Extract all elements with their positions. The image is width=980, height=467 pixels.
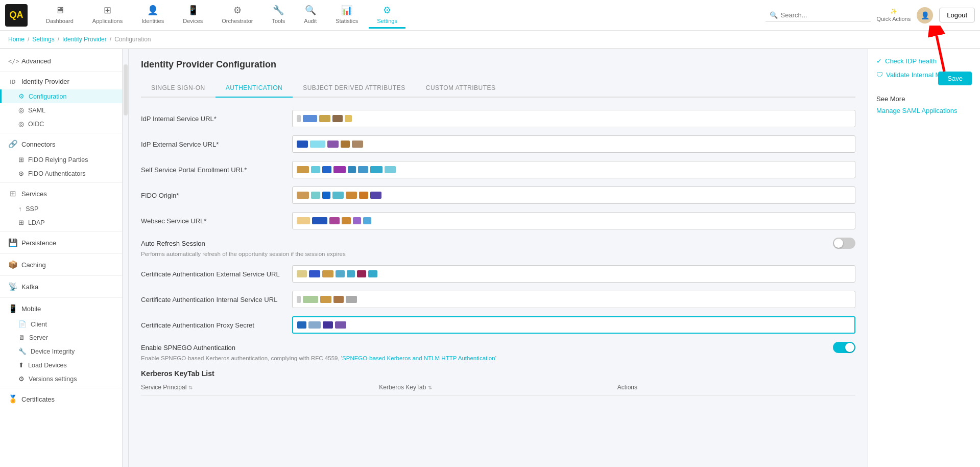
cert-auth-external-row: Certificate Authentication External Serv… [141, 265, 855, 283]
search-input[interactable] [781, 11, 867, 19]
idp-external-url-input[interactable] [292, 135, 855, 153]
spnego-link[interactable]: SPNEGO-based Kerberos and NTLM HTTP Auth… [342, 355, 495, 361]
nav-applications[interactable]: ⊞ Applications [84, 2, 131, 29]
sidebar-item-caching[interactable]: 📦 Caching [0, 256, 122, 273]
top-navigation: QA 🖥 Dashboard ⊞ Applications 👤 Identiti… [0, 0, 980, 31]
sidebar-item-persistence[interactable]: 💾 Persistence [0, 234, 122, 251]
audit-icon: 🔍 [305, 5, 316, 16]
nav-dashboard[interactable]: 🖥 Dashboard [38, 2, 82, 29]
col-service-principal[interactable]: Service Principal ⇅ [141, 384, 379, 391]
fido-origin-label: FIDO Origin* [141, 192, 284, 199]
sidebar-kafka-label: Kafka [21, 283, 38, 291]
sidebar-item-versions-settings[interactable]: ⚙ Versions settings [0, 372, 122, 386]
sidebar-item-ldap[interactable]: ⊞ LDAP [0, 216, 122, 229]
nav-settings-label: Settings [377, 18, 397, 24]
tab-sda[interactable]: Subject Derived Attributes [293, 79, 416, 98]
nav-statistics-label: Statistics [336, 18, 358, 24]
sidebar-item-advanced[interactable]: </> Advanced [0, 53, 122, 69]
tab-custom-attributes[interactable]: Custom Attributes [416, 79, 506, 98]
idp-external-url-label: IdP External Service URL* [141, 141, 284, 148]
sidebar-server-label: Server [29, 334, 48, 341]
sidebar-item-connectors[interactable]: 🔗 Connectors [0, 135, 122, 153]
sidebar-scrollbar[interactable] [123, 49, 129, 467]
spnego-title: Enable SPNEGO Authentication [141, 344, 833, 352]
nav-tools[interactable]: 🔧 Tools [264, 2, 293, 29]
connectors-icon: 🔗 [8, 139, 17, 149]
sidebar-ssp-label: SSP [26, 205, 38, 213]
logout-button[interactable]: Logout [939, 8, 975, 22]
load-devices-icon: ⬆ [18, 361, 24, 369]
auto-refresh-description: Performs automatically refresh of the op… [141, 251, 498, 257]
breadcrumb-sep2: / [58, 36, 59, 43]
websec-url-label: Websec Service URL* [141, 217, 284, 225]
sidebar-load-devices-label: Load Devices [28, 362, 67, 369]
page-title: Identity Provider Configuration [141, 59, 855, 70]
nav-statistics[interactable]: 📊 Statistics [327, 2, 366, 29]
search-box[interactable]: 🔍 [766, 9, 871, 21]
sidebar-item-configuration[interactable]: ⚙ Configuration [0, 89, 122, 103]
idp-internal-url-row: IdP Internal Service URL* [141, 110, 855, 127]
main-content: Identity Provider Configuration Single S… [129, 49, 868, 467]
fido-origin-input[interactable] [292, 186, 855, 204]
sidebar: </> Advanced ID Identity Provider ⚙ Conf… [0, 49, 123, 467]
sidebar-persistence-label: Persistence [21, 239, 56, 247]
col-kerberos-keytab[interactable]: Kerberos KeyTab ⇅ [379, 384, 617, 391]
sidebar-item-oidc[interactable]: ◎ OIDC [0, 117, 122, 131]
oidc-icon: ◎ [18, 120, 24, 128]
sidebar-item-saml[interactable]: ◎ SAML [0, 103, 122, 117]
self-service-url-row: Self Service Portal Enrollment URL* [141, 161, 855, 178]
sidebar-item-fido-relying-parties[interactable]: ⊞ FIDO Relying Parties [0, 153, 122, 167]
fido-rp-icon: ⊞ [18, 156, 24, 164]
sidebar-item-ssp[interactable]: ↑ SSP [0, 202, 122, 216]
sidebar-item-load-devices[interactable]: ⬆ Load Devices [0, 358, 122, 372]
nav-audit[interactable]: 🔍 Audit [296, 2, 325, 29]
cert-auth-proxy-row: Certificate Authentication Proxy Secret [141, 316, 855, 334]
cert-auth-external-input[interactable] [292, 265, 855, 283]
sidebar-item-fido-authenticators[interactable]: ⊛ FIDO Authenticators [0, 167, 122, 180]
sidebar-item-identity-provider[interactable]: ID Identity Provider [0, 74, 122, 89]
sidebar-item-certificates[interactable]: 🏅 Certificates [0, 390, 122, 408]
nav-orchestrator[interactable]: ⚙ Orchestrator [213, 2, 261, 29]
sidebar-item-mobile[interactable]: 📱 Mobile [0, 300, 122, 317]
cert-auth-proxy-input[interactable] [292, 316, 855, 334]
breadcrumb-idp[interactable]: Identity Provider [62, 36, 107, 43]
saml-icon: ◎ [18, 106, 24, 114]
nav-applications-label: Applications [92, 18, 123, 24]
spnego-toggle[interactable] [833, 342, 855, 353]
sidebar-item-server[interactable]: 🖥 Server [0, 331, 122, 344]
breadcrumb-home[interactable]: Home [8, 36, 25, 43]
quick-actions-button[interactable]: ✨ Quick Actions [877, 8, 911, 22]
sidebar-item-client[interactable]: 📄 Client [0, 317, 122, 331]
self-service-url-input[interactable] [292, 161, 855, 178]
advanced-icon: </> [8, 58, 17, 65]
check-idp-health-link[interactable]: ✓ Check IDP health [876, 57, 972, 65]
nav-identities[interactable]: 👤 Identities [133, 2, 172, 29]
nav-devices[interactable]: 📱 Devices [175, 2, 211, 29]
avatar[interactable]: 👤 [917, 7, 933, 24]
sidebar-caching-label: Caching [21, 261, 46, 269]
services-icon: ⊞ [8, 189, 17, 198]
manage-saml-link[interactable]: Manage SAML Applications [876, 107, 972, 114]
configuration-icon: ⚙ [18, 92, 25, 100]
tools-icon: 🔧 [273, 5, 284, 16]
fido-origin-row: FIDO Origin* [141, 186, 855, 204]
sidebar-item-kafka[interactable]: 📡 Kafka [0, 278, 122, 295]
nav-settings[interactable]: ⚙ Settings [369, 2, 405, 29]
idp-internal-url-input[interactable] [292, 110, 855, 127]
sidebar-item-device-integrity[interactable]: 🔧 Device Integrity [0, 344, 122, 358]
tab-authentication[interactable]: Authentication [216, 79, 293, 98]
persistence-icon: 💾 [8, 238, 17, 247]
cert-auth-internal-row: Certificate Authentication Internal Serv… [141, 291, 855, 308]
cert-auth-internal-input[interactable] [292, 291, 855, 308]
breadcrumb-settings[interactable]: Settings [32, 36, 54, 43]
spnego-row: Enable SPNEGO Authentication Enable SPNE… [141, 342, 855, 361]
save-button[interactable]: Save [938, 72, 972, 85]
server-icon: 🖥 [18, 334, 25, 341]
sidebar-advanced-label: Advanced [21, 57, 51, 65]
shield-icon: 🛡 [876, 71, 883, 79]
auto-refresh-toggle[interactable] [833, 238, 855, 249]
sidebar-item-services[interactable]: ⊞ Services [0, 185, 122, 202]
auto-refresh-row: Auto Refresh Session Performs automatica… [141, 238, 855, 257]
websec-url-input[interactable] [292, 212, 855, 229]
tab-sso[interactable]: Single Sign-On [141, 79, 216, 98]
